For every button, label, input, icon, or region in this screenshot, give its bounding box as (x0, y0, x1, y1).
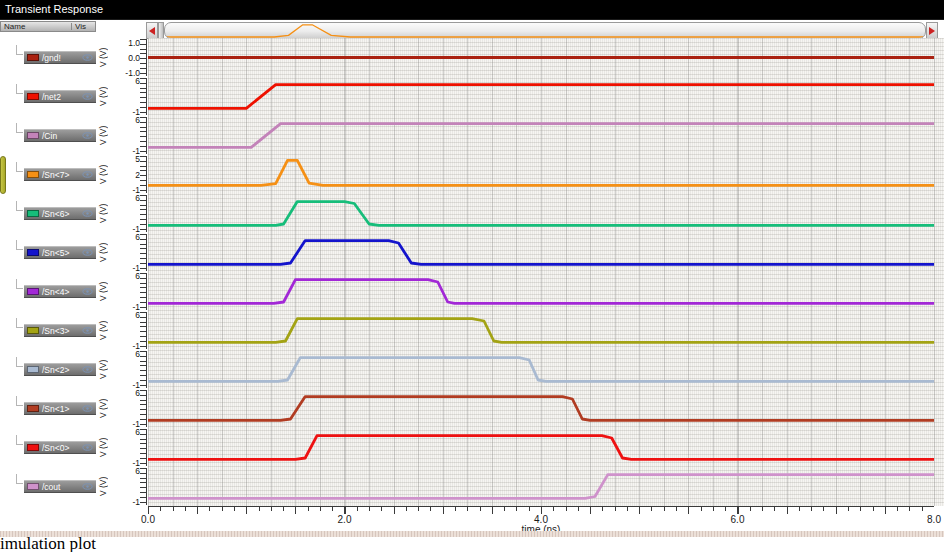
signal-row-sn-4[interactable]: /Sn<4> (24, 285, 96, 298)
strip-net2: V (V)6-1 (0, 77, 944, 116)
waveform-cin (148, 116, 934, 155)
signal-color-swatch (27, 405, 39, 412)
visibility-eye-icon[interactable] (82, 483, 93, 490)
scroll-left-button[interactable] (146, 22, 158, 39)
vis-column-header: Vis (75, 22, 86, 31)
strip-plot-sn-0[interactable] (148, 428, 934, 467)
strip-gnd: V (V)1.00.0-1.0 (0, 38, 944, 77)
strip-plot-sn-5[interactable] (148, 233, 934, 272)
visibility-eye-icon[interactable] (82, 366, 93, 373)
waveform-sn-2 (148, 350, 934, 389)
y-axis-unit-label: V (V) (98, 428, 109, 467)
strip-plot-net2[interactable] (148, 77, 934, 116)
waveform-sn-7 (148, 155, 934, 194)
tree-connector (16, 318, 23, 328)
visibility-eye-icon[interactable] (82, 288, 93, 295)
signal-label: /Sn<4> (42, 287, 79, 297)
visibility-eye-icon[interactable] (82, 93, 93, 100)
signal-row-sn-1[interactable]: /Sn<1> (24, 402, 96, 415)
signal-row-cin[interactable]: /Cin (24, 129, 96, 142)
scroll-right-button[interactable] (926, 22, 938, 39)
strip-plot-sn-7[interactable] (148, 155, 934, 194)
waveform-sn-5 (148, 233, 934, 272)
strip-plot-sn-6[interactable] (148, 194, 934, 233)
signal-color-swatch (27, 288, 39, 295)
figure-caption: imulation plot (0, 534, 96, 552)
x-axis-tick-label: 8.0 (927, 514, 941, 525)
signal-row-sn-2[interactable]: /Sn<2> (24, 363, 96, 376)
x-axis-tick-label: 6.0 (731, 514, 745, 525)
strip-plot-sn-3[interactable] (148, 311, 934, 350)
visibility-eye-icon[interactable] (82, 171, 93, 178)
strip-sn-5: V (V)6-1 (0, 233, 944, 272)
signal-color-swatch (27, 132, 39, 139)
waveform-net2 (148, 77, 934, 116)
signal-row-sn-3[interactable]: /Sn<3> (24, 324, 96, 337)
signal-list-header: Name Vis (0, 21, 96, 32)
overview-zoom-thumb[interactable] (164, 22, 926, 39)
signal-row-sn-6[interactable]: /Sn<6> (24, 207, 96, 220)
strip-plot-sn-4[interactable] (148, 272, 934, 311)
y-axis-ticks (140, 273, 147, 310)
signal-color-swatch (27, 171, 39, 178)
y-axis-ticks (140, 351, 147, 388)
y-axis-unit-label: V (V) (98, 155, 109, 194)
signal-row-sn-7[interactable]: /Sn<7> (24, 168, 96, 181)
visibility-eye-icon[interactable] (82, 132, 93, 139)
visibility-eye-icon[interactable] (82, 249, 93, 256)
y-axis-ticks (140, 117, 147, 154)
y-axis-ticks (140, 234, 147, 271)
strip-plot-cin[interactable] (148, 116, 934, 155)
y-axis-ticks (140, 468, 147, 505)
signal-row-cout[interactable]: /cout (24, 480, 96, 493)
signal-color-swatch (27, 210, 39, 217)
signal-label: /Sn<0> (42, 443, 79, 453)
signal-color-swatch (27, 54, 39, 61)
title-bar: Transient Response (0, 0, 944, 20)
strip-plot-cout[interactable] (148, 467, 934, 506)
visibility-eye-icon[interactable] (82, 405, 93, 412)
waveform-sn-6 (148, 194, 934, 233)
tree-connector (16, 435, 23, 445)
signal-row-sn-5[interactable]: /Sn<5> (24, 246, 96, 259)
y-axis-tick-label: 1.0 (128, 38, 140, 48)
signal-label: /net2 (42, 92, 79, 102)
waveform-sn-0 (148, 428, 934, 467)
signal-row-gnd[interactable]: /gnd! (24, 51, 96, 64)
visibility-eye-icon[interactable] (82, 210, 93, 217)
signal-color-swatch (27, 93, 39, 100)
tree-connector (16, 240, 23, 250)
y-axis-unit-label: V (V) (98, 194, 109, 233)
y-axis-ticks (140, 312, 147, 349)
strip-plot-gnd[interactable] (148, 38, 934, 77)
y-axis-unit-label: V (V) (98, 467, 109, 506)
signal-row-sn-0[interactable]: /Sn<0> (24, 441, 96, 454)
strip-sn-0: V (V)6-1 (0, 428, 944, 467)
y-axis-unit-label: V (V) (98, 350, 109, 389)
visibility-eye-icon[interactable] (82, 54, 93, 61)
waveform-cout (148, 467, 934, 506)
bottom-edge-band (0, 531, 944, 537)
visibility-eye-icon[interactable] (82, 327, 93, 334)
signal-color-swatch (27, 483, 39, 490)
y-axis-ticks (140, 156, 147, 193)
left-arrow-icon (149, 27, 155, 35)
tree-connector (16, 201, 23, 211)
strip-sn-3: V (V)6-1 (0, 311, 944, 350)
strip-plot-sn-1[interactable] (148, 389, 934, 428)
y-axis-tick-label: -1 (132, 497, 140, 507)
y-axis-ticks (140, 78, 147, 115)
tree-connector (16, 123, 23, 133)
visibility-eye-icon[interactable] (82, 444, 93, 451)
x-axis: 0.02.04.06.08.0 time (ns) (148, 506, 934, 532)
signal-row-net2[interactable]: /net2 (24, 90, 96, 103)
overview-scrollbar[interactable] (146, 22, 938, 39)
strip-plot-sn-2[interactable] (148, 350, 934, 389)
signal-label: /Sn<3> (42, 326, 79, 336)
y-axis-unit-label: V (V) (98, 311, 109, 350)
column-divider (71, 23, 72, 30)
signal-label: /Sn<5> (42, 248, 79, 258)
tree-connector (16, 396, 23, 406)
strip-chart-area: V (V)1.00.0-1.0V (V)6-1V (V)6-1V (V)52-1… (0, 38, 944, 506)
overview-mini-waveform (165, 23, 925, 38)
